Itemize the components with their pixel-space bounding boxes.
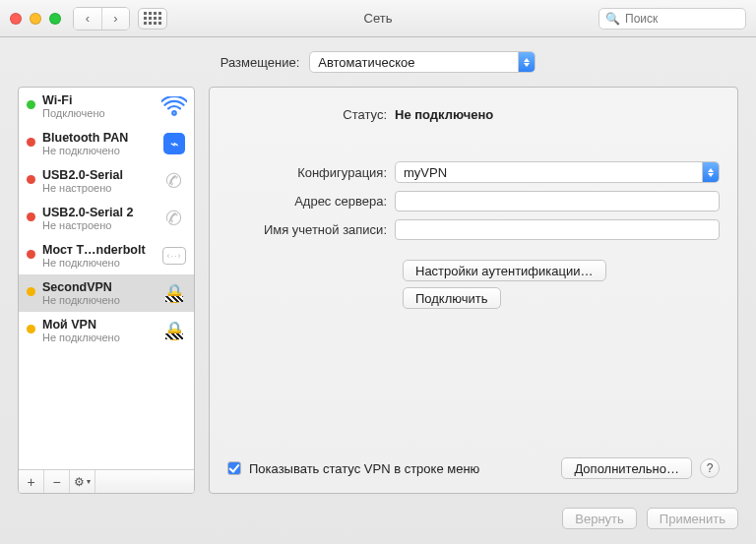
advanced-button[interactable]: Дополнительно…: [561, 457, 692, 479]
lock-icon: 🔒: [160, 319, 188, 342]
window-controls: [10, 13, 61, 25]
gear-icon: ⚙︎: [74, 475, 85, 489]
status-dot: [27, 138, 35, 147]
window-title: Сеть: [364, 11, 393, 26]
location-label: Размещение:: [220, 55, 300, 70]
search-input[interactable]: [625, 12, 756, 26]
back-button[interactable]: ‹: [74, 8, 101, 30]
status-dot: [27, 325, 35, 333]
service-name: Мой VPN: [42, 318, 154, 332]
show-all-button[interactable]: [138, 8, 167, 30]
zoom-button[interactable]: [49, 13, 61, 25]
titlebar: ‹ › Сеть 🔍: [0, 0, 756, 37]
server-input[interactable]: [395, 191, 720, 212]
close-button[interactable]: [10, 13, 22, 25]
service-name: Мост T…nderbolt: [42, 243, 154, 257]
service-sub: Не подключено: [42, 145, 154, 156]
status-value: Не подключено: [395, 107, 493, 122]
search-field[interactable]: 🔍: [598, 8, 746, 30]
config-select[interactable]: myVPN: [395, 161, 720, 183]
window-buttons: Вернуть Применить: [0, 500, 756, 529]
service-item-usb-serial-1[interactable]: USB2.0-Serial Не настроено ✆: [19, 162, 194, 200]
service-name: USB2.0-Serial 2: [42, 206, 154, 219]
service-sub: Подключено: [42, 107, 154, 119]
show-status-checkbox[interactable]: [227, 461, 241, 475]
help-button[interactable]: ?: [700, 458, 720, 478]
auth-settings-button[interactable]: Настройки аутентификации…: [403, 260, 606, 281]
service-item-wifi[interactable]: Wi-Fi Подключено: [19, 88, 194, 125]
service-name: SecondVPN: [42, 280, 154, 294]
location-row: Размещение: Автоматическое: [0, 37, 756, 87]
config-value: myVPN: [404, 165, 447, 180]
forward-button[interactable]: ›: [101, 8, 129, 30]
add-service-button[interactable]: +: [19, 470, 44, 493]
wifi-icon: [160, 94, 188, 118]
nav-buttons: ‹ ›: [73, 7, 130, 30]
status-dot: [27, 287, 35, 296]
lock-icon: 🔒: [160, 281, 188, 305]
service-sub: Не подключено: [42, 257, 154, 269]
status-dot: [27, 175, 35, 184]
service-sub: Не настроено: [42, 182, 154, 194]
account-label: Имя учетной записи:: [227, 222, 395, 237]
location-value: Автоматическое: [318, 55, 414, 70]
search-icon: 🔍: [605, 12, 620, 26]
select-stepper-icon: [702, 162, 719, 182]
show-status-label: Показывать статус VPN в строке меню: [249, 461, 479, 476]
service-name: USB2.0-Serial: [42, 168, 154, 182]
service-item-bluetooth[interactable]: Bluetooth PAN Не подключено ⌁: [19, 125, 194, 162]
detail-panel: Статус: Не подключено Конфигурация: myVP…: [209, 87, 738, 494]
status-dot: [27, 100, 35, 109]
bluetooth-icon: ⌁: [160, 132, 188, 155]
location-select[interactable]: Автоматическое: [309, 51, 536, 73]
service-list: Wi-Fi Подключено Bluetooth PAN Не подклю…: [19, 88, 194, 469]
service-item-secondvpn[interactable]: SecondVPN Не подключено 🔒: [19, 274, 194, 312]
service-item-usb-serial-2[interactable]: USB2.0-Serial 2 Не настроено ✆: [19, 200, 194, 237]
chevron-down-icon: ▾: [87, 477, 91, 486]
status-label: Статус:: [227, 107, 395, 122]
sidebar-tools: + − ⚙︎▾: [19, 469, 194, 493]
revert-button[interactable]: Вернуть: [562, 508, 637, 529]
select-stepper-icon: [518, 52, 535, 72]
service-sub: Не подключено: [42, 332, 154, 343]
thunderbolt-icon: ‹··›: [160, 244, 188, 268]
service-sub: Не подключено: [42, 294, 154, 306]
minimize-button[interactable]: [30, 13, 41, 25]
service-name: Bluetooth PAN: [42, 131, 154, 145]
service-sidebar: Wi-Fi Подключено Bluetooth PAN Не подклю…: [18, 87, 195, 494]
grid-icon: [144, 12, 161, 25]
service-actions-button[interactable]: ⚙︎▾: [70, 470, 95, 493]
phone-icon: ✆: [158, 205, 190, 232]
service-item-thunderbolt[interactable]: Мост T…nderbolt Не подключено ‹··›: [19, 237, 194, 274]
connect-button[interactable]: Подключить: [403, 287, 501, 309]
config-label: Конфигурация:: [227, 165, 395, 180]
status-dot: [27, 212, 35, 221]
service-sub: Не настроено: [42, 219, 154, 231]
server-label: Адрес сервера:: [227, 194, 395, 209]
phone-icon: ✆: [158, 167, 190, 195]
status-dot: [27, 250, 35, 259]
remove-service-button[interactable]: −: [44, 470, 70, 493]
service-item-myvpn[interactable]: Мой VPN Не подключено 🔒: [19, 312, 194, 349]
account-input[interactable]: [395, 219, 720, 240]
service-name: Wi-Fi: [42, 93, 154, 107]
apply-button[interactable]: Применить: [647, 508, 738, 529]
